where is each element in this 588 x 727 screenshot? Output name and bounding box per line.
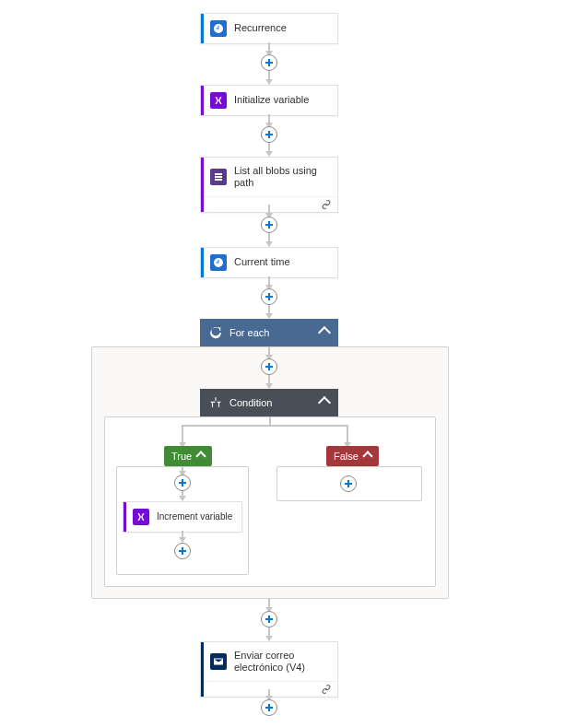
- card-title: Initialize variable: [234, 94, 309, 106]
- chevron-up-icon: [318, 326, 331, 339]
- connector: [268, 205, 270, 217]
- add-action-button[interactable]: [174, 543, 191, 559]
- mail-icon: [210, 653, 227, 670]
- chevron-up-icon: [318, 396, 331, 409]
- scope-condition[interactable]: Condition: [200, 389, 338, 416]
- clock-icon: [210, 20, 227, 37]
- action-initialize-variable[interactable]: Initialize variable: [200, 85, 338, 116]
- card-title: Recurrence: [234, 22, 287, 34]
- true-branch-header[interactable]: True: [164, 446, 212, 466]
- connector: [268, 627, 270, 640]
- connector: [268, 114, 270, 127]
- card-title: Current time: [234, 256, 290, 268]
- connector: [268, 42, 270, 55]
- clock-icon: [210, 254, 227, 271]
- add-action-button[interactable]: [174, 475, 191, 491]
- card-title: List all blobs using path: [234, 165, 330, 189]
- connector: [268, 233, 270, 246]
- connector: [268, 599, 270, 612]
- connector: [268, 71, 270, 84]
- add-action-button[interactable]: [340, 475, 357, 492]
- variable-icon: [133, 509, 149, 525]
- connector: [182, 491, 183, 500]
- connector: [268, 305, 270, 318]
- card-title: Enviar correo electrónico (V4): [234, 650, 330, 674]
- branch-label: True: [171, 451, 192, 462]
- add-action-button[interactable]: [261, 611, 277, 627]
- connection-icon: [321, 684, 332, 695]
- add-action-button[interactable]: [261, 358, 277, 375]
- branch-icon: [209, 396, 222, 409]
- connector: [268, 375, 270, 388]
- scope-title: For each: [229, 327, 269, 338]
- branch-label: False: [334, 451, 359, 462]
- blob-icon: [210, 169, 227, 185]
- add-action-button[interactable]: [261, 54, 277, 71]
- trigger-recurrence[interactable]: Recurrence: [200, 13, 338, 44]
- action-increment-variable[interactable]: Increment variable: [123, 501, 242, 533]
- chevron-up-icon: [362, 451, 372, 461]
- connector: [268, 276, 270, 289]
- connector: [268, 143, 270, 156]
- connection-icon: [321, 199, 332, 210]
- chevron-up-icon: [196, 451, 206, 461]
- scope-title: Condition: [229, 397, 272, 408]
- scope-foreach[interactable]: For each: [200, 319, 338, 346]
- false-branch-header[interactable]: False: [326, 446, 379, 466]
- card-title: Increment variable: [157, 511, 232, 522]
- loop-icon: [209, 326, 222, 339]
- add-action-button[interactable]: [261, 699, 277, 716]
- add-action-button[interactable]: [261, 126, 277, 143]
- connector: [182, 531, 183, 542]
- add-action-button[interactable]: [261, 217, 277, 233]
- action-current-time[interactable]: Current time: [200, 247, 338, 278]
- add-action-button[interactable]: [261, 288, 277, 305]
- variable-icon: [210, 92, 227, 109]
- connector: [268, 346, 270, 359]
